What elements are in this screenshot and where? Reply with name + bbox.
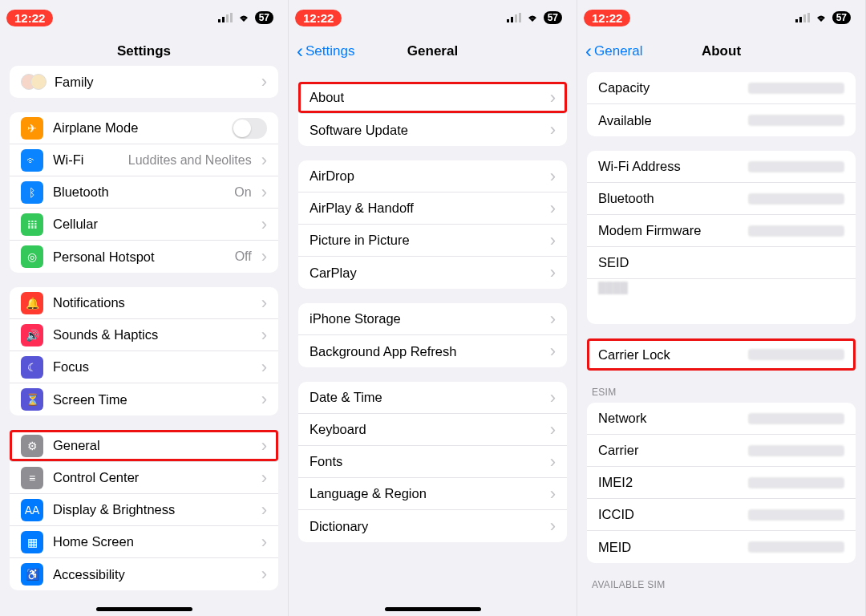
row-airdrop[interactable]: AirDrop› (298, 160, 567, 192)
section-available-sim: AVAILABLE SIM (592, 579, 851, 590)
row-family[interactable]: Family › (10, 66, 278, 98)
row-control-center[interactable]: ≡Control Center› (10, 462, 278, 494)
row-dictionary[interactable]: Dictionary› (298, 510, 567, 542)
row-label: Background App Refresh (310, 344, 547, 359)
chevron-right-icon: › (261, 359, 267, 376)
svg-rect-1 (222, 17, 225, 22)
chevron-right-icon: › (550, 485, 556, 503)
row-about[interactable]: About› (298, 82, 567, 114)
cellular-icon (218, 13, 233, 22)
svg-rect-2 (226, 14, 229, 22)
row-personal-hotspot[interactable]: ◎Personal HotspotOff› (10, 241, 278, 273)
row-fonts[interactable]: Fonts› (298, 446, 567, 478)
row-wi-fi[interactable]: ᯤWi-FiLuddites and Neolites› (10, 144, 278, 176)
row-label: AirDrop (310, 168, 547, 184)
row-modem-firmware[interactable]: Modem Firmware (587, 215, 856, 247)
row-airplane-mode[interactable]: ✈Airplane Mode (10, 112, 278, 144)
row-label: iPhone Storage (310, 311, 547, 326)
row-bluetooth[interactable]: Bluetooth (587, 183, 856, 215)
row-label: About (310, 90, 547, 105)
chevron-right-icon: › (550, 168, 556, 185)
row-date-time[interactable]: Date & Time› (298, 382, 567, 414)
row-sounds-haptics[interactable]: 🔊Sounds & Haptics› (10, 319, 278, 351)
row-background-app-refresh[interactable]: Background App Refresh› (298, 335, 567, 367)
blurred-value (748, 115, 844, 126)
nav-header: ‹ Settings General (289, 35, 577, 67)
group-datetime: Date & Time›Keyboard›Fonts›Language & Re… (298, 382, 567, 542)
row-focus[interactable]: ☾Focus› (10, 351, 278, 383)
row-carplay[interactable]: CarPlay› (298, 257, 567, 289)
back-button[interactable]: ‹ General (585, 35, 642, 67)
row-cellular[interactable]: 𝍖Cellular› (10, 209, 278, 241)
row-capacity[interactable]: Capacity (587, 72, 856, 104)
cellular-icon (507, 13, 521, 22)
chevron-right-icon: › (261, 326, 267, 344)
row-network[interactable]: Network (587, 403, 856, 435)
gear-icon: ⚙ (21, 435, 43, 457)
blurred-value (748, 161, 844, 172)
row-label: Carrier (598, 443, 748, 458)
row-wi-fi-address[interactable]: Wi-Fi Address (587, 151, 856, 183)
row-label: Bluetooth (53, 184, 234, 200)
row-label: MEID (598, 540, 748, 555)
chevron-left-icon: ‹ (297, 40, 303, 63)
family-icon (21, 71, 47, 93)
row-language-region[interactable]: Language & Region› (298, 478, 567, 510)
row-label: Picture in Picture (310, 233, 547, 248)
row-label: CarPlay (310, 265, 547, 281)
row-label: Date & Time (310, 390, 547, 405)
row-blurred[interactable]: ████ (587, 279, 856, 324)
switches-icon: ≡ (21, 467, 43, 489)
row-airplay-handoff[interactable]: AirPlay & Handoff› (298, 192, 567, 225)
row-label: SEID (598, 255, 844, 270)
row-label: Control Center (53, 470, 258, 485)
group-general: ⚙General›≡Control Center›AADisplay & Bri… (10, 430, 278, 590)
row-seid[interactable]: SEID (587, 247, 856, 279)
home-indicator (96, 607, 192, 611)
battery-indicator: 57 (832, 11, 851, 24)
row-accessibility[interactable]: ♿Accessibility› (10, 558, 278, 590)
row-screen-time[interactable]: ⏳Screen Time› (10, 383, 278, 415)
row-meid[interactable]: MEID (587, 531, 856, 563)
row-label: Accessibility (53, 567, 258, 582)
row-label: IMEI2 (598, 475, 748, 490)
row-iphone-storage[interactable]: iPhone Storage› (298, 303, 567, 335)
row-label: AirPlay & Handoff (310, 201, 547, 216)
airplane-icon: ✈ (21, 117, 43, 140)
page-title: General (407, 43, 458, 59)
hourglass-icon: ⏳ (21, 388, 43, 411)
page-title: About (702, 43, 741, 59)
row-home-screen[interactable]: ▦Home Screen› (10, 526, 278, 558)
row-software-update[interactable]: Software Update› (298, 114, 567, 146)
status-time: 12:22 (6, 10, 53, 26)
row-carrier-lock[interactable]: Carrier Lock (587, 338, 856, 371)
row-keyboard[interactable]: Keyboard› (298, 414, 567, 446)
row-iccid[interactable]: ICCID (587, 499, 856, 531)
row-general[interactable]: ⚙General› (10, 430, 278, 462)
svg-rect-8 (795, 19, 798, 22)
row-label: Modem Firmware (598, 223, 748, 238)
blurred-value (748, 413, 844, 424)
hotspot-icon: ◎ (21, 245, 43, 268)
row-carrier[interactable]: Carrier (587, 435, 856, 467)
speaker-icon: 🔊 (21, 324, 43, 346)
wifi-icon (526, 13, 539, 22)
row-bluetooth[interactable]: ᛒBluetoothOn› (10, 176, 278, 209)
row-label: ICCID (598, 507, 748, 522)
back-button[interactable]: ‹ Settings (297, 35, 354, 67)
status-bar: 12:22 57 (289, 0, 577, 35)
row-notifications[interactable]: 🔔Notifications› (10, 287, 278, 319)
row-display-brightness[interactable]: AADisplay & Brightness› (10, 494, 278, 526)
moon-icon: ☾ (21, 356, 43, 379)
row-picture-in-picture[interactable]: Picture in Picture› (298, 225, 567, 257)
row-imei2[interactable]: IMEI2 (587, 467, 856, 499)
grid-icon: ▦ (21, 531, 43, 553)
row-available[interactable]: Available (587, 104, 856, 136)
svg-rect-5 (511, 17, 513, 22)
scroll-area: About›Software Update› AirDrop›AirPlay &… (289, 67, 577, 616)
chevron-right-icon: › (550, 389, 556, 407)
chevron-right-icon: › (550, 89, 556, 107)
chevron-right-icon: › (261, 501, 267, 519)
toggle-switch[interactable] (232, 118, 267, 139)
status-bar: 12:22 57 (0, 0, 288, 35)
